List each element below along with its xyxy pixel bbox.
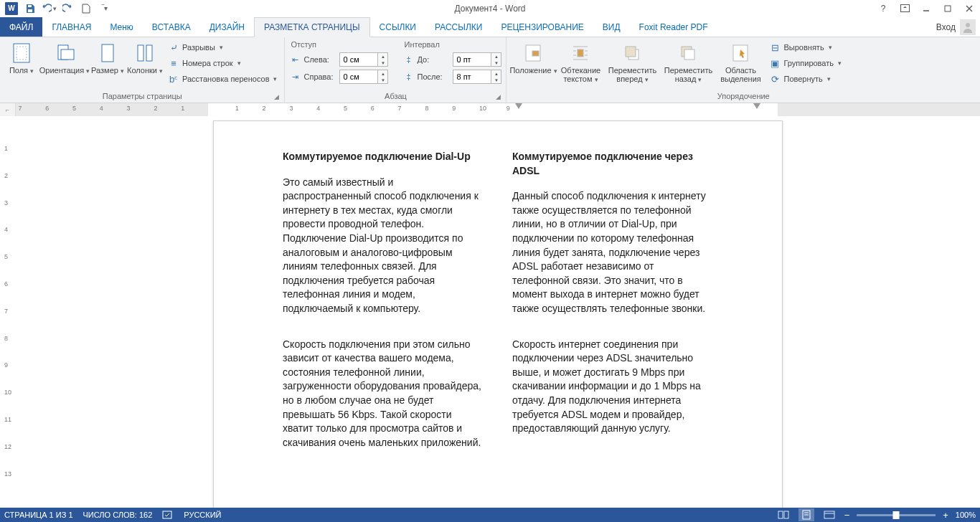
size-icon xyxy=(96,42,119,65)
view-read-mode[interactable] xyxy=(776,508,791,521)
spin-up[interactable]: ▲ xyxy=(491,53,501,60)
tab-references[interactable]: ССЫЛКИ xyxy=(370,17,425,37)
spin-up[interactable]: ▲ xyxy=(378,53,387,60)
minimize-button[interactable] xyxy=(915,1,937,16)
col1-heading: Коммутируемое подключение Dial-Up xyxy=(283,150,484,164)
svg-rect-29 xyxy=(784,511,788,518)
status-proofing-icon[interactable] xyxy=(162,510,174,520)
group-icon: ▣ xyxy=(769,57,781,69)
ribbon-tabs: ФАЙЛ ГЛАВНАЯ Меню ВСТАВКА ДИЗАЙН РАЗМЕТК… xyxy=(0,17,980,37)
spin-down[interactable]: ▼ xyxy=(491,77,501,83)
col2-para2: Скорость интернет соединения при подключ… xyxy=(512,338,713,436)
ruler-corner[interactable]: ⌐ xyxy=(0,103,16,116)
breaks-button[interactable]: ⤶Разрывы xyxy=(165,40,280,54)
spacing-after-label: После: xyxy=(417,72,450,81)
paragraph-launcher[interactable]: ◢ xyxy=(493,92,503,102)
status-words[interactable]: ЧИСЛО СЛОВ: 162 xyxy=(83,511,153,519)
margins-button[interactable]: Поля xyxy=(4,39,39,75)
indent-left-input[interactable] xyxy=(339,52,378,67)
indent-heading: Отступ xyxy=(289,40,388,50)
spacing-after-input[interactable] xyxy=(453,70,491,84)
spin-up[interactable]: ▲ xyxy=(378,70,387,77)
close-button[interactable] xyxy=(958,1,980,16)
svg-rect-14 xyxy=(532,51,539,56)
spacing-before-icon: ‡ xyxy=(402,55,414,64)
spin-down[interactable]: ▼ xyxy=(378,77,387,83)
zoom-in[interactable]: + xyxy=(943,510,948,521)
group-objects-button[interactable]: ▣Группировать xyxy=(766,56,844,70)
tab-file[interactable]: ФАЙЛ xyxy=(0,17,42,37)
svg-rect-11 xyxy=(138,45,143,61)
status-page[interactable]: СТРАНИЦА 1 ИЗ 1 xyxy=(4,511,73,519)
indent-right-input[interactable] xyxy=(339,70,378,84)
zoom-value[interactable]: 100% xyxy=(956,511,976,519)
qat-save[interactable] xyxy=(22,1,39,16)
tab-insert[interactable]: ВСТАВКА xyxy=(143,17,200,37)
col2-para1: Данный способ подключения к интернету та… xyxy=(512,189,713,315)
help-button[interactable]: ? xyxy=(872,1,894,16)
send-backward-button[interactable]: Переместить назад xyxy=(661,39,715,84)
tab-menu[interactable]: Меню xyxy=(100,17,142,37)
wrap-text-icon xyxy=(569,42,592,65)
size-button[interactable]: Размер xyxy=(90,39,125,75)
svg-rect-28 xyxy=(778,511,783,518)
view-print-layout[interactable] xyxy=(798,508,814,521)
svg-point-5 xyxy=(966,23,970,27)
wrap-text-button[interactable]: Обтекание текстом xyxy=(558,39,603,84)
rotate-button[interactable]: ⟳Повернуть xyxy=(766,72,844,86)
columns-button[interactable]: Колонки xyxy=(128,39,162,75)
qat-undo[interactable] xyxy=(40,1,57,16)
ribbon-display-options[interactable] xyxy=(894,1,915,16)
qat-customize[interactable]: ‾▾ xyxy=(96,1,113,16)
svg-rect-0 xyxy=(28,5,32,7)
col1-para2: Скорость подключения при этом сильно зав… xyxy=(283,338,484,450)
position-icon xyxy=(522,42,545,65)
document-page[interactable]: Коммутируемое подключение Dial-Up Это са… xyxy=(213,120,783,508)
selection-pane-icon xyxy=(729,42,752,65)
user-avatar-icon[interactable] xyxy=(960,19,976,35)
signin-label[interactable]: Вход xyxy=(936,22,956,32)
column-2: Коммутируемое подключение через ADSL Дан… xyxy=(512,150,713,471)
column-1: Коммутируемое подключение Dial-Up Это са… xyxy=(283,150,484,471)
tab-view[interactable]: ВИД xyxy=(593,17,630,37)
document-scroll[interactable]: Коммутируемое подключение Dial-Up Это са… xyxy=(16,116,980,508)
page-setup-launcher[interactable]: ◢ xyxy=(271,92,281,102)
spin-down[interactable]: ▼ xyxy=(378,60,387,66)
svg-rect-10 xyxy=(102,44,113,62)
tab-foxit[interactable]: Foxit Reader PDF xyxy=(630,17,717,37)
zoom-slider[interactable] xyxy=(857,514,936,516)
zoom-out[interactable]: − xyxy=(844,510,850,521)
selection-pane-button[interactable]: Область выделения xyxy=(717,39,763,83)
tab-review[interactable]: РЕЦЕНЗИРОВАНИЕ xyxy=(491,17,593,37)
spacing-before-input[interactable] xyxy=(453,52,491,67)
qat-redo[interactable] xyxy=(59,1,76,16)
window-title: Документ4 - Word xyxy=(454,4,525,14)
maximize-button[interactable] xyxy=(937,1,958,16)
columns-icon xyxy=(133,42,156,65)
tab-layout[interactable]: РАЗМЕТКА СТРАНИЦЫ xyxy=(254,17,370,37)
indent-right-label: Справа: xyxy=(303,72,336,81)
orientation-icon xyxy=(53,42,76,65)
line-numbers-button[interactable]: ≡Номера строк xyxy=(165,56,280,70)
breaks-icon: ⤶ xyxy=(168,42,179,53)
tab-mailings[interactable]: РАССЫЛКИ xyxy=(425,17,491,37)
margins-icon xyxy=(10,42,33,65)
bring-forward-button[interactable]: Переместить вперед xyxy=(606,39,659,84)
send-backward-icon xyxy=(677,42,699,65)
orientation-button[interactable]: Ориентация xyxy=(42,39,88,75)
spin-up[interactable]: ▲ xyxy=(491,70,501,77)
status-language[interactable]: РУССКИЙ xyxy=(184,511,221,519)
vertical-ruler[interactable]: 12345678910111213 xyxy=(0,116,16,508)
view-web-layout[interactable] xyxy=(821,508,837,521)
tab-design[interactable]: ДИЗАЙН xyxy=(200,17,254,37)
svg-rect-23 xyxy=(626,47,636,57)
position-button[interactable]: Положение xyxy=(511,39,555,75)
horizontal-ruler[interactable]: 1110987654321123456789109 xyxy=(16,103,980,116)
align-button[interactable]: ⊟Выровнять xyxy=(766,40,844,54)
hyphenation-button[interactable]: bᶜРасстановка переносов xyxy=(165,72,280,86)
tab-home[interactable]: ГЛАВНАЯ xyxy=(42,17,100,37)
hyphenation-icon: bᶜ xyxy=(168,73,179,85)
spin-down[interactable]: ▼ xyxy=(491,60,501,66)
qat-new[interactable] xyxy=(77,1,95,16)
svg-rect-9 xyxy=(61,49,74,60)
